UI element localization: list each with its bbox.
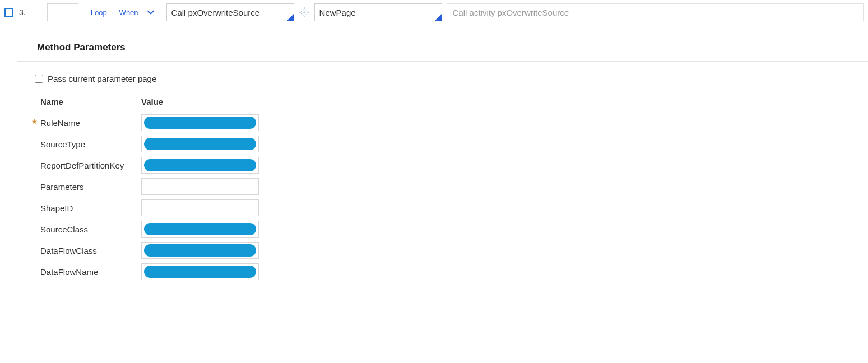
method-input[interactable] [167, 4, 294, 21]
svg-point-1 [303, 11, 305, 13]
description-input[interactable] [447, 3, 864, 21]
chevron-down-icon[interactable] [146, 8, 155, 17]
param-name: SourceType [40, 139, 85, 149]
param-name: ShapeID [40, 203, 73, 213]
required-star-icon: ★ [31, 118, 38, 125]
param-name: ReportDefPartitionKey [40, 161, 124, 170]
param-name-cell: ★RuleName [36, 112, 137, 133]
param-value-wrap [141, 199, 259, 216]
param-value-wrap [141, 178, 259, 195]
param-value-wrap [141, 263, 259, 280]
param-value-cell [137, 112, 263, 133]
param-name: Parameters [40, 182, 84, 192]
param-header-name: Name [36, 94, 137, 112]
redacted-overlay [144, 159, 256, 171]
table-row: DataFlowClass [36, 240, 263, 261]
target-icon[interactable] [299, 7, 310, 18]
pass-param-row[interactable]: Pass current parameter page [35, 74, 868, 83]
param-value-cell [137, 133, 263, 155]
pass-param-checkbox[interactable] [35, 75, 43, 83]
param-name-cell: SourceType [36, 133, 137, 155]
param-name: DataFlowName [40, 267, 98, 277]
param-value-cell [137, 176, 263, 197]
param-value-cell [137, 155, 263, 176]
step-page-input[interactable] [315, 4, 442, 21]
param-value-wrap [141, 242, 259, 259]
redacted-overlay [144, 117, 256, 129]
param-name: SourceClass [40, 225, 88, 234]
param-name-cell: SourceClass [36, 218, 137, 240]
table-row: ReportDefPartitionKey [36, 155, 263, 176]
param-name-cell: ReportDefPartitionKey [36, 155, 137, 176]
param-value-cell [137, 261, 263, 282]
param-name: RuleName [40, 118, 80, 128]
pass-param-label: Pass current parameter page [48, 74, 156, 83]
section-divider [17, 61, 868, 62]
param-header-value: Value [137, 94, 263, 112]
param-name-cell: ShapeID [36, 197, 137, 218]
when-link[interactable]: When [119, 8, 138, 17]
step-handle-icon[interactable] [4, 8, 13, 17]
table-row: SourceClass [36, 218, 263, 240]
step-header-row: 3. Loop When [0, 0, 868, 25]
param-name-cell: DataFlowClass [36, 240, 137, 261]
redacted-overlay [144, 244, 256, 257]
table-row: ★RuleName [36, 112, 263, 133]
method-parameters-heading: Method Parameters [37, 42, 868, 53]
table-row: Parameters [36, 176, 263, 197]
table-row: SourceType [36, 133, 263, 155]
param-name-cell: DataFlowName [36, 261, 137, 282]
method-input-wrap [166, 3, 294, 21]
table-row: DataFlowName [36, 261, 263, 282]
step-number: 3. [19, 8, 26, 17]
param-value-wrap [141, 114, 259, 131]
param-value-wrap [141, 221, 259, 238]
redacted-overlay [144, 266, 256, 278]
loop-link[interactable]: Loop [91, 8, 107, 17]
redacted-overlay [144, 138, 256, 150]
param-value-wrap [141, 136, 259, 152]
param-value-cell [137, 197, 263, 218]
param-value-cell [137, 240, 263, 261]
step-page-input-wrap [314, 3, 442, 21]
param-value-input[interactable] [142, 200, 258, 216]
redacted-overlay [144, 223, 256, 235]
param-value-input[interactable] [142, 179, 258, 194]
param-value-wrap [141, 157, 259, 174]
param-name-cell: Parameters [36, 176, 137, 197]
param-name: DataFlowClass [40, 246, 97, 255]
table-row: ShapeID [36, 197, 263, 218]
step-label-input[interactable] [47, 3, 78, 21]
param-table: Name Value ★RuleNameSourceTypeReportDefP… [36, 94, 263, 282]
param-value-cell [137, 218, 263, 240]
